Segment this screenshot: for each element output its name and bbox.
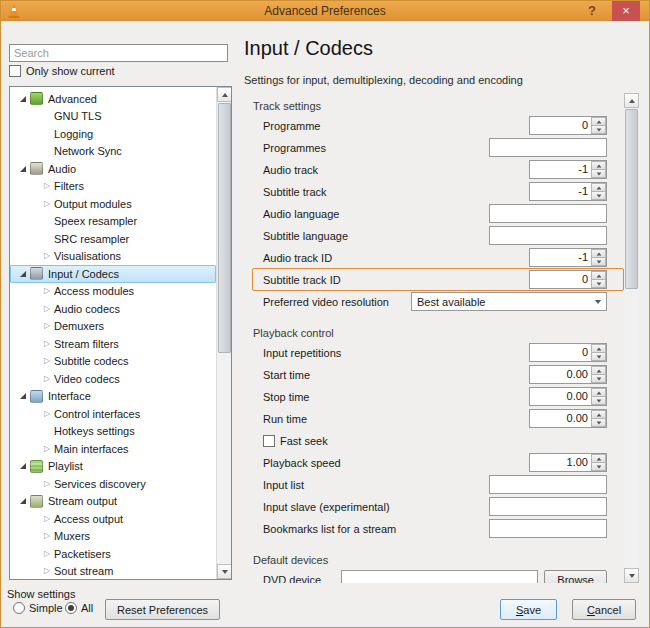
spin-down-button[interactable] [591, 419, 606, 427]
tree-item-advanced[interactable]: Advanced [10, 90, 216, 108]
tree-item-input-codecs[interactable]: Input / Codecs [10, 265, 216, 283]
expand-arrow-icon[interactable] [40, 285, 54, 297]
search-input[interactable] [9, 44, 228, 62]
show-settings-all-option[interactable]: All [65, 602, 93, 614]
collapse-arrow-icon[interactable] [16, 460, 30, 472]
collapse-arrow-icon[interactable] [16, 390, 30, 402]
tree-item-demuxers[interactable]: Demuxers [10, 318, 216, 336]
help-button[interactable]: ? [583, 3, 601, 19]
tree-item-video-codecs[interactable]: Video codecs [10, 370, 216, 388]
tree-item-logging[interactable]: Logging [10, 125, 216, 143]
spin-up-button[interactable] [591, 183, 606, 192]
input-repetitions-spinbox[interactable]: 0 [529, 343, 607, 362]
audio-language-field[interactable] [489, 204, 607, 223]
tree-item-access-modules[interactable]: Access modules [10, 283, 216, 301]
tree-item-speex-resampler[interactable]: Speex resampler [10, 213, 216, 231]
expand-arrow-icon[interactable] [40, 513, 54, 525]
expand-arrow-icon[interactable] [40, 373, 54, 385]
collapse-arrow-icon[interactable] [16, 268, 30, 280]
audio-track-spinbox[interactable]: -1 [529, 160, 607, 179]
tree-scrollbar[interactable] [216, 87, 231, 579]
spin-up-button[interactable] [591, 271, 606, 280]
reset-preferences-button[interactable]: Reset Preferences [105, 599, 220, 620]
spin-up-button[interactable] [591, 117, 606, 126]
spin-up-button[interactable] [591, 454, 606, 463]
simple-radio[interactable] [13, 602, 25, 614]
expand-arrow-icon[interactable] [40, 320, 54, 332]
spin-up-button[interactable] [591, 366, 606, 375]
input-list-field[interactable] [489, 475, 607, 494]
stop-time-spinbox[interactable]: 0.00 [529, 387, 607, 406]
scrollbar-thumb[interactable] [625, 109, 638, 289]
tree-item-services-discovery[interactable]: Services discovery [10, 475, 216, 493]
scroll-up-button[interactable] [624, 93, 639, 108]
spin-down-button[interactable] [591, 397, 606, 405]
expand-arrow-icon[interactable] [40, 443, 54, 455]
settings-scrollbar[interactable] [624, 93, 639, 583]
tree-item-stream-output[interactable]: Stream output [10, 493, 216, 511]
tree-item-main-interfaces[interactable]: Main interfaces [10, 440, 216, 458]
collapse-arrow-icon[interactable] [16, 93, 30, 105]
cancel-button[interactable]: Cancel [572, 599, 636, 620]
all-radio[interactable] [65, 602, 77, 614]
start-time-spinbox[interactable]: 0.00 [529, 365, 607, 384]
tree-item-subtitle-codecs[interactable]: Subtitle codecs [10, 353, 216, 371]
spin-down-button[interactable] [591, 170, 606, 178]
input-slave-experimental-field[interactable] [489, 497, 607, 516]
expand-arrow-icon[interactable] [40, 530, 54, 542]
close-button[interactable]: × [612, 1, 640, 21]
tree-item-filters[interactable]: Filters [10, 178, 216, 196]
expand-arrow-icon[interactable] [40, 408, 54, 420]
spin-down-button[interactable] [591, 126, 606, 134]
fast-seek-checkbox[interactable] [263, 435, 275, 447]
tree-item-audio[interactable]: Audio [10, 160, 216, 178]
scroll-down-button[interactable] [624, 568, 639, 583]
programmes-field[interactable] [489, 138, 607, 157]
spin-up-button[interactable] [591, 410, 606, 419]
spin-up-button[interactable] [591, 249, 606, 258]
fast-seek-checkbox-option[interactable]: Fast seek [263, 435, 328, 447]
spin-down-button[interactable] [591, 258, 606, 266]
spin-up-button[interactable] [591, 388, 606, 397]
preferred-video-resolution-dropdown[interactable]: Best available [411, 292, 607, 311]
save-button[interactable]: Save [500, 599, 557, 620]
dvd-device-browse-button[interactable]: Browse [544, 570, 607, 583]
scrollbar-thumb[interactable] [218, 103, 231, 353]
tree-item-hotkeys-settings[interactable]: Hotkeys settings [10, 423, 216, 441]
spin-up-button[interactable] [591, 344, 606, 353]
collapse-arrow-icon[interactable] [16, 495, 30, 507]
expand-arrow-icon[interactable] [40, 548, 54, 560]
tree-item-output-modules[interactable]: Output modules [10, 195, 216, 213]
tree-item-audio-codecs[interactable]: Audio codecs [10, 300, 216, 318]
expand-arrow-icon[interactable] [40, 303, 54, 315]
tree-item-control-interfaces[interactable]: Control interfaces [10, 405, 216, 423]
scroll-up-button[interactable] [217, 87, 232, 102]
tree-item-access-output[interactable]: Access output [10, 510, 216, 528]
spin-up-button[interactable] [591, 161, 606, 170]
bookmarks-list-for-a-stream-field[interactable] [489, 519, 607, 538]
tree-item-stream-filters[interactable]: Stream filters [10, 335, 216, 353]
expand-arrow-icon[interactable] [40, 250, 54, 262]
expand-arrow-icon[interactable] [40, 180, 54, 192]
only-show-current-checkbox[interactable] [9, 65, 21, 77]
spin-down-button[interactable] [591, 463, 606, 471]
tree-item-packetisers[interactable]: Packetisers [10, 545, 216, 563]
expand-arrow-icon[interactable] [40, 565, 54, 577]
subtitle-language-field[interactable] [489, 226, 607, 245]
subtitle-track-spinbox[interactable]: -1 [529, 182, 607, 201]
show-settings-simple-option[interactable]: Simple [13, 602, 63, 614]
tree-item-muxers[interactable]: Muxers [10, 528, 216, 546]
scroll-down-button[interactable] [217, 564, 232, 579]
subtitle-track-id-spinbox[interactable]: 0 [529, 270, 607, 289]
dropdown-arrow-icon[interactable] [589, 293, 606, 310]
expand-arrow-icon[interactable] [40, 198, 54, 210]
tree-item-src-resampler[interactable]: SRC resampler [10, 230, 216, 248]
tree-item-playlist[interactable]: Playlist [10, 458, 216, 476]
tree-item-interface[interactable]: Interface [10, 388, 216, 406]
collapse-arrow-icon[interactable] [16, 163, 30, 175]
expand-arrow-icon[interactable] [40, 478, 54, 490]
spin-down-button[interactable] [591, 375, 606, 383]
spin-down-button[interactable] [591, 280, 606, 288]
only-show-current-toggle[interactable]: Only show current [9, 65, 115, 77]
dvd-device-field[interactable] [341, 570, 538, 583]
